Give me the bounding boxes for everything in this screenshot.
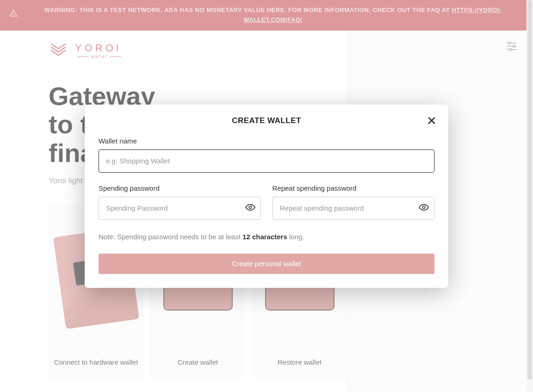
create-wallet-modal: CREATE WALLET ✕ Wallet name Spending pas… [85, 105, 448, 288]
wallet-name-label: Wallet name [99, 137, 434, 145]
close-icon: ✕ [427, 114, 437, 128]
spending-password-label: Spending password [99, 184, 261, 192]
modal-title: CREATE WALLET [99, 116, 434, 125]
create-personal-wallet-button[interactable]: Create personal wallet [99, 254, 434, 274]
close-button[interactable]: ✕ [427, 115, 437, 127]
repeat-password-label: Repeat spending password [273, 184, 435, 192]
spending-password-input[interactable] [99, 197, 261, 220]
toggle-password-visibility-button[interactable] [245, 202, 255, 214]
svg-point-9 [422, 206, 425, 209]
toggle-repeat-password-visibility-button[interactable] [419, 202, 429, 214]
eye-icon [245, 206, 255, 214]
password-requirement-note: Note: Spending password needs to be at l… [99, 233, 434, 241]
wallet-name-input[interactable] [99, 149, 434, 173]
eye-icon [419, 206, 429, 214]
svg-point-8 [249, 206, 252, 209]
repeat-password-input[interactable] [273, 197, 435, 220]
modal-overlay[interactable]: CREATE WALLET ✕ Wallet name Spending pas… [0, 0, 533, 392]
